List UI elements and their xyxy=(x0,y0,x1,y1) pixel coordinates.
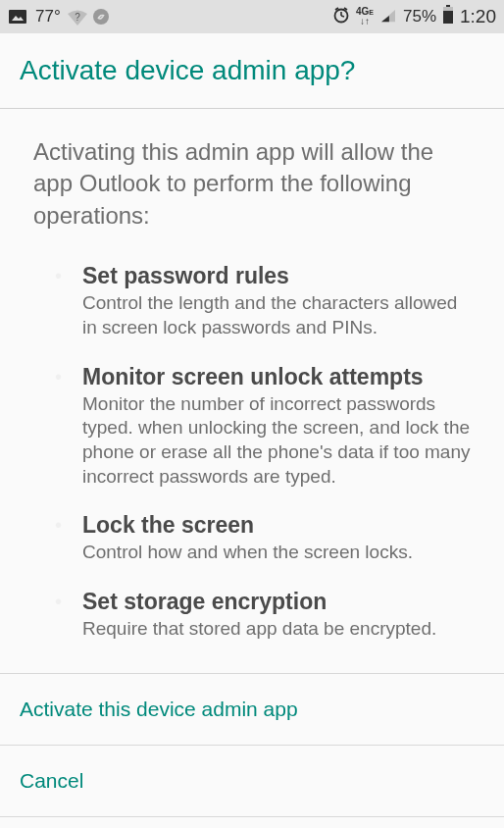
svg-point-3 xyxy=(93,9,109,25)
permission-title: Set storage encryption xyxy=(82,589,475,615)
svg-rect-9 xyxy=(446,5,450,7)
shazam-icon xyxy=(92,8,110,26)
permission-item: Lock the screen Control how and when the… xyxy=(82,512,475,565)
permission-description: Require that stored app data be encrypte… xyxy=(82,617,475,642)
permission-item: Set storage encryption Require that stor… xyxy=(82,589,475,642)
status-bar: 77° ? 4GE ↓↑ xyxy=(0,0,504,33)
clock: 1:20 xyxy=(460,6,496,27)
activate-button[interactable]: Activate this device admin app xyxy=(0,674,504,746)
permission-description: Monitor the number of incorrect password… xyxy=(82,392,475,490)
permission-title: Lock the screen xyxy=(82,512,475,539)
picture-icon xyxy=(8,9,27,25)
uninstall-button[interactable]: Uninstall app xyxy=(0,817,504,828)
temperature: 77° xyxy=(35,7,61,26)
permission-description: Control the length and the characters al… xyxy=(82,291,475,339)
battery-percent: 75% xyxy=(403,7,436,26)
battery-icon xyxy=(442,5,454,29)
header: Activate device admin app? xyxy=(0,33,504,109)
permission-item: Set password rules Control the length an… xyxy=(82,263,475,339)
svg-rect-11 xyxy=(443,11,453,24)
svg-rect-0 xyxy=(9,10,26,24)
permission-list: Set password rules Control the length an… xyxy=(33,263,475,642)
wifi-icon: ? xyxy=(67,9,86,25)
action-list: Activate this device admin app Cancel Un… xyxy=(0,673,504,828)
permission-title: Set password rules xyxy=(82,263,475,289)
page-title: Activate device admin app? xyxy=(20,55,484,86)
svg-line-6 xyxy=(341,16,344,17)
svg-text:?: ? xyxy=(75,12,80,23)
status-right: 4GE ↓↑ 75% 1:20 xyxy=(332,5,496,29)
cancel-button[interactable]: Cancel xyxy=(0,746,504,817)
network-type-icon: 4GE ↓↑ xyxy=(356,7,374,26)
content: Activating this admin app will allow the… xyxy=(0,109,504,673)
signal-icon xyxy=(379,7,397,27)
permission-title: Monitor screen unlock attempts xyxy=(82,364,475,390)
permission-item: Monitor screen unlock attempts Monitor t… xyxy=(82,364,475,490)
permission-description: Control how and when the screen locks. xyxy=(82,541,475,565)
status-left: 77° ? xyxy=(8,7,110,26)
intro-text: Activating this admin app will allow the… xyxy=(33,136,475,232)
alarm-icon xyxy=(332,6,350,28)
